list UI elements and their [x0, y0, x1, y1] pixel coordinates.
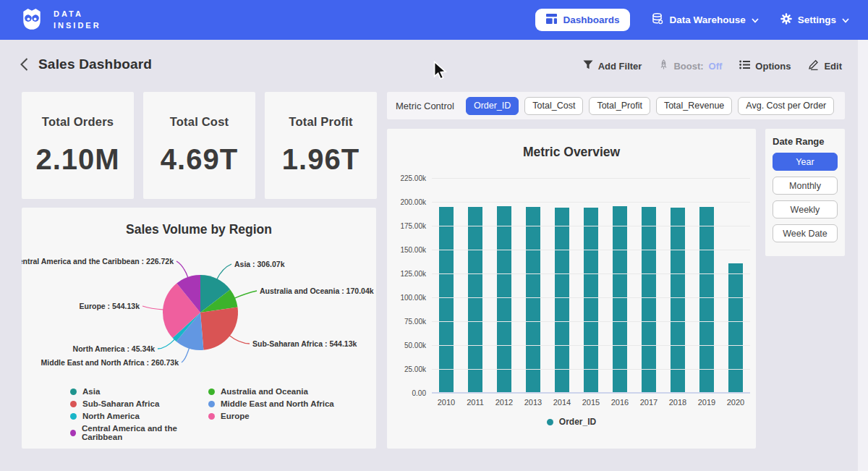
- pie-chart[interactable]: Asia : 306.07kAustralia and Oceania : 17…: [22, 241, 376, 378]
- metric-chip-total-profit[interactable]: Total_Profit: [589, 97, 650, 115]
- legend-dot: [208, 413, 215, 420]
- options-label: Options: [755, 61, 791, 72]
- gridline: [432, 345, 750, 346]
- owl-logo-icon: [19, 6, 45, 35]
- gridline: [432, 392, 750, 394]
- bar-legend-label: Order_ID: [559, 417, 596, 427]
- pie-chart-title: Sales Volume by Region: [22, 222, 376, 237]
- y-tick-label: 50.00k: [387, 341, 426, 349]
- pie-leader-line: [182, 347, 190, 362]
- chevron-down-icon: [842, 14, 849, 25]
- bar-plot-area[interactable]: [432, 179, 750, 394]
- edit-button[interactable]: Edit: [808, 59, 842, 72]
- x-tick-label: 2019: [692, 398, 721, 407]
- pie-slice-sub-saharan-africa[interactable]: [200, 307, 238, 350]
- legend-item-australia-and-oceania[interactable]: Australia and Oceania: [208, 387, 334, 396]
- add-filter-button[interactable]: Add Filter: [583, 60, 642, 72]
- boost-toggle[interactable]: Boost: Off: [659, 59, 722, 72]
- scrollbar[interactable]: [858, 40, 868, 471]
- y-tick-label: 75.00k: [387, 318, 426, 326]
- pie-chart-card: Sales Volume by Region Asia : 306.07kAus…: [22, 208, 376, 449]
- legend-dot: [70, 401, 77, 407]
- bar-2011[interactable]: [468, 207, 482, 394]
- bar-2010[interactable]: [439, 207, 454, 394]
- legend-dot: [208, 401, 215, 407]
- x-tick-label: 2012: [490, 398, 519, 407]
- x-tick-label: 2020: [721, 398, 750, 407]
- legend-label: Asia: [82, 387, 100, 396]
- pie-leader-line: [229, 335, 250, 344]
- brand-logo[interactable]: DATA INSIDER: [19, 6, 101, 35]
- gridline: [432, 178, 750, 179]
- metric-chip-order-id[interactable]: Order_ID: [466, 97, 519, 115]
- legend-dot: [70, 430, 76, 436]
- metric-chip-avg-cost-per-order[interactable]: Avg. Cost per Order: [738, 97, 834, 115]
- legend-label: Middle East and North Africa: [221, 399, 334, 408]
- y-tick-label: 175.00k: [387, 222, 426, 230]
- date-range-weekly[interactable]: Weekly: [773, 200, 838, 218]
- gridline: [432, 297, 750, 298]
- kpi-label: Total Orders: [42, 115, 114, 129]
- gridline: [432, 250, 750, 250]
- back-button[interactable]: [20, 58, 28, 71]
- legend-label: Sub-Saharan Africa: [82, 399, 159, 408]
- bar-2017[interactable]: [642, 207, 656, 394]
- bar-chart-card: Metric Overview 225.00k200.00k175.00k150…: [387, 129, 756, 449]
- y-tick-label: 200.00k: [387, 198, 426, 206]
- x-tick-label: 2010: [432, 398, 461, 407]
- dashboard-grid-icon: [546, 14, 557, 26]
- pie-leader-line: [142, 306, 164, 310]
- metric-chip-total-cost[interactable]: Total_Cost: [524, 97, 583, 115]
- bar-2014[interactable]: [555, 208, 569, 394]
- bar-x-axis: 2010201120122013201420152016201720182019…: [432, 398, 750, 407]
- y-tick-label: 100.00k: [387, 294, 426, 302]
- date-range-label: Date Range: [773, 136, 838, 147]
- pie-leader-line: [216, 264, 231, 280]
- date-range-year[interactable]: Year: [773, 153, 838, 171]
- bar-2020[interactable]: [728, 263, 743, 394]
- gear-icon: [780, 13, 792, 27]
- date-range-options: YearMonthlyWeeklyWeek Date: [773, 153, 838, 242]
- bar-legend: Order_ID: [387, 417, 756, 427]
- boost-state: Off: [709, 61, 723, 72]
- bar-2015[interactable]: [584, 208, 598, 394]
- metric-chip-total-revenue[interactable]: Total_Revenue: [656, 97, 732, 115]
- x-tick-label: 2016: [605, 398, 634, 407]
- bar-2019[interactable]: [699, 207, 714, 394]
- legend-item-sub-saharan-africa[interactable]: Sub-Saharan Africa: [70, 399, 204, 408]
- data-warehouse-label: Data Warehouse: [669, 14, 745, 25]
- settings-menu[interactable]: Settings: [780, 13, 849, 27]
- list-icon: [739, 60, 750, 72]
- y-tick-label: 25.00k: [387, 365, 426, 373]
- legend-item-middle-east-and-north-africa[interactable]: Middle East and North Africa: [208, 399, 334, 408]
- date-range-monthly[interactable]: Monthly: [773, 177, 838, 195]
- database-icon: [652, 13, 663, 27]
- legend-item-asia[interactable]: Asia: [70, 387, 204, 396]
- gridline: [432, 202, 750, 203]
- legend-item-europe[interactable]: Europe: [208, 412, 334, 420]
- pie-label-sub-saharan-africa: Sub-Saharan Africa : 544.13k: [252, 339, 357, 348]
- dashboards-button[interactable]: Dashboards: [535, 9, 630, 31]
- x-tick-label: 2017: [634, 398, 663, 407]
- legend-item-north-america[interactable]: North America: [70, 412, 204, 420]
- y-tick-label: 125.00k: [387, 270, 426, 278]
- metric-control-strip: Metric Control Order_IDTotal_CostTotal_P…: [387, 92, 845, 119]
- kpi-label: Total Profit: [289, 115, 352, 129]
- bar-2012[interactable]: [497, 206, 511, 394]
- date-range-card: Date Range YearMonthlyWeeklyWeek Date: [765, 129, 845, 256]
- kpi-value: 1.96T: [282, 143, 359, 176]
- chevron-down-icon: [752, 14, 759, 25]
- x-tick-label: 2018: [663, 398, 692, 407]
- pie-label-north-america: North America : 45.34k: [73, 344, 156, 353]
- data-warehouse-menu[interactable]: Data Warehouse: [652, 13, 758, 27]
- options-button[interactable]: Options: [739, 60, 791, 72]
- pie-legend: AsiaSub-Saharan AfricaNorth AmericaCentr…: [22, 387, 376, 441]
- bar-2013[interactable]: [526, 207, 540, 394]
- legend-item-central-america-and-the-caribbean[interactable]: Central America and the Caribbean: [70, 424, 204, 441]
- pie-leader-line: [158, 339, 175, 349]
- date-range-week-date[interactable]: Week Date: [773, 224, 838, 242]
- rocket-icon: [659, 59, 668, 72]
- legend-label: Australia and Oceania: [221, 387, 308, 396]
- bar-2018[interactable]: [671, 208, 685, 394]
- bar-2016[interactable]: [613, 206, 627, 394]
